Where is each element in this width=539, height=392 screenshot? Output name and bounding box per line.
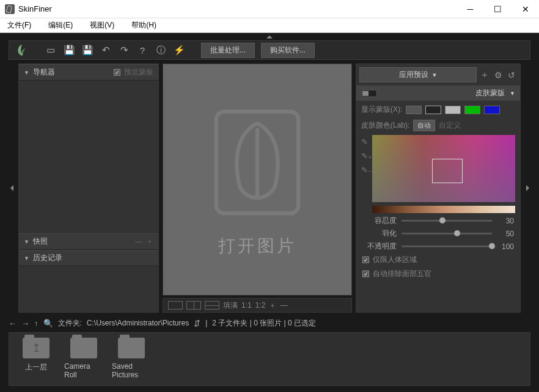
skin-color-auto-button[interactable]: 自动 xyxy=(413,120,435,131)
menu-edit[interactable]: 编辑(E) xyxy=(48,20,73,31)
eyedropper-sub-icon[interactable]: ✎₋ xyxy=(361,165,370,175)
folder-summary: 2 子文件夹 | 0 张照片 | 0 已选定 xyxy=(212,318,316,328)
preset-settings-icon[interactable]: ⚙ xyxy=(493,70,504,81)
redo-icon[interactable]: ↷ xyxy=(118,44,130,56)
collapse-left-button[interactable] xyxy=(9,64,15,313)
save-as-icon[interactable]: 💾 xyxy=(81,44,94,56)
color-selection-rect[interactable] xyxy=(432,159,463,183)
view-split-h-icon[interactable] xyxy=(205,301,219,310)
zoom-1-2-button[interactable]: 1:2 xyxy=(255,301,266,310)
snapshot-remove-icon[interactable]: — xyxy=(135,238,142,246)
opacity-slider[interactable]: 不透明度 100 xyxy=(356,240,520,253)
open-folder-icon[interactable]: ▭ xyxy=(45,44,57,56)
save-icon[interactable]: 💾 xyxy=(63,44,75,56)
batch-process-button[interactable]: 批量处理... xyxy=(201,43,255,58)
minimize-button[interactable]: ─ xyxy=(457,0,484,18)
zoom-out-icon[interactable]: — xyxy=(280,301,287,310)
mask-swatch-light[interactable] xyxy=(445,106,461,114)
status-separator: | xyxy=(205,319,207,327)
chevron-down-icon: ▼ xyxy=(510,90,515,96)
preview-mask-label: 预览蒙板 xyxy=(124,67,153,78)
info-icon[interactable]: ⓘ xyxy=(155,44,167,56)
snapshot-header[interactable]: ▼ 快照 — ＋ xyxy=(19,233,158,250)
image-canvas[interactable]: 打开图片 xyxy=(163,64,352,296)
folder-saved-label: Saved Pictures xyxy=(112,362,151,379)
app-logo-icon xyxy=(5,4,15,14)
menu-view[interactable]: 视图(V) xyxy=(90,20,114,31)
plugin-icon[interactable]: ⚡ xyxy=(173,44,185,56)
navigator-label: 导航器 xyxy=(33,67,55,78)
feather-label: 羽化 xyxy=(362,228,397,239)
zoom-1-1-button[interactable]: 1:1 xyxy=(241,301,252,310)
eyedropper-add-icon[interactable]: ✎₊ xyxy=(361,151,370,161)
feather-slider[interactable]: 羽化 50 xyxy=(356,227,520,240)
folder-icon xyxy=(70,338,97,358)
auto-exclude-checkbox[interactable]: ✓ xyxy=(362,270,369,277)
history-header[interactable]: ▼ 历史记录 xyxy=(19,250,158,266)
tolerance-value: 30 xyxy=(497,217,514,225)
folder-icon xyxy=(118,338,145,358)
limit-body-checkbox[interactable]: ✓ xyxy=(362,256,369,263)
view-split-v-icon[interactable] xyxy=(186,301,201,310)
history-body xyxy=(19,266,158,312)
close-button[interactable]: ✕ xyxy=(512,0,539,18)
collapse-right-button[interactable] xyxy=(524,64,530,313)
open-image-label: 打开图片 xyxy=(218,234,296,258)
lab-color-picker[interactable] xyxy=(372,135,515,202)
folder-up-icon xyxy=(23,338,50,358)
nav-up-icon[interactable]: ↑ xyxy=(34,319,38,328)
apply-preset-label: 应用预设 xyxy=(399,70,428,80)
folder-camera-roll-label: Camera Roll xyxy=(64,362,103,379)
zoom-fit-button[interactable]: 填满 xyxy=(223,300,238,311)
buy-software-button[interactable]: 购买软件... xyxy=(261,43,315,58)
main-toolbar: ▭ 💾 💾 ↶ ↷ ? ⓘ ⚡ 批量处理... 购买软件... xyxy=(9,40,530,60)
preset-reset-icon[interactable]: ↺ xyxy=(506,70,517,81)
preset-add-icon[interactable]: ＋ xyxy=(479,70,490,81)
search-icon[interactable]: 🔍 xyxy=(43,319,53,328)
folder-up-label: 上一层 xyxy=(25,362,47,372)
undo-icon[interactable]: ↶ xyxy=(100,44,112,56)
folder-saved-pictures[interactable]: Saved Pictures xyxy=(112,338,151,380)
chevron-down-icon: ▼ xyxy=(24,239,29,245)
nav-forward-icon[interactable]: → xyxy=(21,319,29,328)
chevron-down-icon: ▼ xyxy=(24,255,29,261)
folder-path[interactable]: C:\Users\Administrator\Pictures xyxy=(87,319,189,327)
left-panel: ▼ 导航器 ✓ 预览蒙板 ▼ 快照 — ＋ ▼ 历史记录 xyxy=(18,64,159,313)
apply-preset-button[interactable]: 应用预设 ▼ xyxy=(359,67,477,82)
folder-camera-roll[interactable]: Camera Roll xyxy=(64,338,103,380)
snapshot-label: 快照 xyxy=(33,236,48,247)
skin-color-custom-button[interactable]: 自定义 xyxy=(439,120,461,131)
chevron-down-icon: ▼ xyxy=(24,70,29,76)
opacity-value: 100 xyxy=(497,242,514,251)
mask-swatch-black[interactable] xyxy=(425,106,441,114)
help-icon[interactable]: ? xyxy=(136,44,148,56)
tolerance-slider[interactable]: 容忍度 30 xyxy=(356,214,520,227)
snapshot-add-icon[interactable]: ＋ xyxy=(146,236,153,247)
eyedropper-icon[interactable]: ✎ xyxy=(361,137,370,147)
collapse-top-button[interactable] xyxy=(0,33,539,40)
window-title: SkinFiner xyxy=(18,4,52,13)
mask-swatch-green[interactable] xyxy=(464,106,480,114)
feather-value: 50 xyxy=(497,230,514,238)
skin-mask-header[interactable]: 皮肤蒙版 ▼ xyxy=(356,85,520,101)
zoom-in-icon[interactable]: ＋ xyxy=(269,300,276,311)
mask-swatch-gray[interactable] xyxy=(406,106,422,114)
skin-color-label: 皮肤颜色(Lab): xyxy=(361,120,409,131)
preview-mask-checkbox[interactable]: ✓ xyxy=(114,69,120,76)
right-panel: 应用预设 ▼ ＋ ⚙ ↺ 皮肤蒙版 ▼ 显示蒙版(X): xyxy=(356,64,521,313)
skin-mask-toggle[interactable] xyxy=(361,90,377,97)
mask-swatch-blue[interactable] xyxy=(484,106,500,114)
titlebar: SkinFiner ─ ☐ ✕ xyxy=(0,0,539,18)
nav-back-icon[interactable]: ← xyxy=(9,319,16,328)
navigator-header[interactable]: ▼ 导航器 ✓ 预览蒙板 xyxy=(19,64,158,81)
menubar: 文件(F) 编辑(E) 视图(V) 帮助(H) xyxy=(0,18,539,33)
skin-mask-label: 皮肤蒙版 xyxy=(475,88,505,98)
maximize-button[interactable]: ☐ xyxy=(484,0,512,18)
hue-bar[interactable] xyxy=(372,206,515,213)
menu-file[interactable]: 文件(F) xyxy=(7,20,31,31)
folder-up[interactable]: 上一层 xyxy=(16,338,56,380)
menu-help[interactable]: 帮助(H) xyxy=(131,20,156,31)
path-dropdown-icon[interactable]: ⇵ xyxy=(194,319,200,328)
view-single-icon[interactable] xyxy=(168,301,183,310)
auto-exclude-label: 自动排除面部五官 xyxy=(373,269,431,279)
